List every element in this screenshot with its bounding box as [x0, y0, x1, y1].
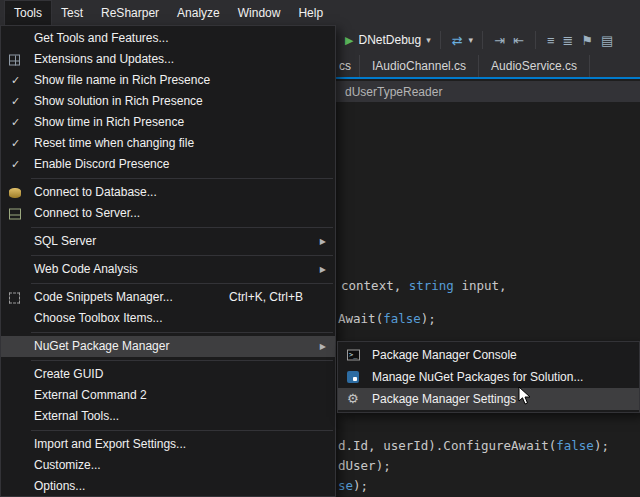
- menu-separator: [31, 283, 333, 284]
- toolbar-separator: [482, 31, 483, 49]
- menu-item-show-file-name[interactable]: ✓Show file name in Rich Presence: [1, 70, 335, 91]
- snippet-icon: [9, 292, 20, 303]
- menu-item-create-guid[interactable]: Create GUID: [1, 364, 335, 385]
- menu-item-extensions-and-updates[interactable]: Extensions and Updates...: [1, 49, 335, 70]
- tab-label: AudioService.cs: [491, 59, 577, 73]
- menu-item-enable-discord-presence[interactable]: ✓Enable Discord Presence: [1, 154, 335, 175]
- menu-item-external-tools[interactable]: External Tools...: [1, 406, 335, 427]
- menu-item-code-snippets-manager[interactable]: Code Snippets Manager...Ctrl+K, Ctrl+B: [1, 287, 335, 308]
- check-icon: ✓: [11, 133, 20, 154]
- code-line: se);: [338, 478, 368, 493]
- nuget-package-icon: [347, 371, 359, 383]
- submenu-item-manage-nuget-packages[interactable]: Manage NuGet Packages for Solution...: [338, 366, 639, 388]
- menu-separator: [31, 227, 333, 228]
- shortcut-label: Ctrl+K, Ctrl+B: [229, 287, 303, 308]
- menu-separator: [31, 255, 333, 256]
- menu-separator: [31, 178, 333, 179]
- tools-menu-popup: Get Tools and Features... Extensions and…: [0, 25, 336, 497]
- menu-window[interactable]: Window: [229, 0, 290, 25]
- menu-separator: [31, 332, 333, 333]
- menu-help[interactable]: Help: [289, 0, 332, 25]
- menu-item-external-command-2[interactable]: External Command 2: [1, 385, 335, 406]
- visual-studio-window: Tools Test ReSharper Analyze Window Help…: [0, 0, 640, 497]
- nuget-submenu-popup: >_Package Manager Console Manage NuGet P…: [337, 341, 640, 413]
- check-icon: ✓: [11, 70, 20, 91]
- navigate-icon[interactable]: ⇄: [452, 33, 463, 48]
- menu-separator: [31, 360, 333, 361]
- tab-iaudiochannel[interactable]: IAudioChannel.cs: [360, 55, 479, 77]
- menu-item-connect-to-server[interactable]: Connect to Server...: [1, 203, 335, 224]
- menu-resharper[interactable]: ReSharper: [92, 0, 168, 25]
- list-icon[interactable]: ≣: [563, 33, 574, 48]
- start-debug-icon[interactable]: ▶: [345, 34, 353, 47]
- extensions-icon: [9, 54, 20, 65]
- toolbar-separator: [440, 31, 441, 49]
- code-line: Await(false);: [338, 311, 436, 326]
- bookmark-icon[interactable]: ⚑: [581, 33, 593, 48]
- menu-analyze[interactable]: Analyze: [168, 0, 229, 25]
- grid-icon[interactable]: ▤: [601, 33, 613, 48]
- menu-item-choose-toolbox-items[interactable]: Choose Toolbox Items...: [1, 308, 335, 329]
- menu-separator: [31, 430, 333, 431]
- menu-item-web-code-analysis[interactable]: Web Code Analysis▶: [1, 259, 335, 280]
- tab-audioservice[interactable]: AudioService.cs: [479, 55, 590, 77]
- indent-icon[interactable]: ⇥: [494, 33, 505, 48]
- chevron-down-icon[interactable]: ▾: [426, 35, 431, 45]
- chevron-down-icon[interactable]: ▾: [469, 35, 474, 45]
- debug-target-label[interactable]: DNetDebug: [358, 33, 421, 47]
- tab-label: IAudioChannel.cs: [372, 59, 466, 73]
- submenu-item-package-manager-console[interactable]: >_Package Manager Console: [338, 344, 639, 366]
- menu-item-get-tools-and-features[interactable]: Get Tools and Features...: [1, 28, 335, 49]
- database-icon: [9, 188, 21, 198]
- console-icon: >_: [347, 350, 360, 361]
- sort-lines-icon[interactable]: ≡: [547, 33, 555, 48]
- submenu-arrow-icon: ▶: [320, 259, 326, 280]
- submenu-arrow-icon: ▶: [320, 336, 326, 357]
- tab-file[interactable]: cs: [337, 55, 360, 77]
- check-icon: ✓: [11, 112, 20, 133]
- toolbar-separator: [535, 31, 536, 49]
- submenu-arrow-icon: ▶: [320, 231, 326, 252]
- menu-item-sql-server[interactable]: SQL Server▶: [1, 231, 335, 252]
- menu-item-options[interactable]: Options...: [1, 476, 335, 497]
- submenu-item-package-manager-settings[interactable]: ⚙Package Manager Settings: [338, 388, 639, 410]
- menu-item-customize[interactable]: Customize...: [1, 455, 335, 476]
- menu-bar: Tools Test ReSharper Analyze Window Help: [0, 0, 640, 25]
- outdent-icon[interactable]: ⇤: [513, 33, 524, 48]
- menu-item-import-export-settings[interactable]: Import and Export Settings...: [1, 434, 335, 455]
- server-icon: [9, 208, 21, 219]
- code-line: d.Id, userId).ConfigureAwait(false);: [338, 438, 609, 453]
- menu-item-reset-time[interactable]: ✓Reset time when changing file: [1, 133, 335, 154]
- mouse-cursor: [518, 386, 532, 406]
- tab-label: cs: [339, 59, 351, 73]
- check-icon: ✓: [11, 154, 20, 175]
- menu-test[interactable]: Test: [52, 0, 92, 25]
- code-line: context, string input,: [341, 278, 507, 293]
- breadcrumb[interactable]: dUserTypeReader: [345, 85, 442, 99]
- menu-item-show-solution[interactable]: ✓Show solution in Rich Presence: [1, 91, 335, 112]
- menu-item-show-time[interactable]: ✓Show time in Rich Presence: [1, 112, 335, 133]
- menu-tools[interactable]: Tools: [4, 0, 52, 25]
- check-icon: ✓: [11, 91, 20, 112]
- code-line: dUser);: [338, 458, 391, 473]
- menu-item-connect-to-database[interactable]: Connect to Database...: [1, 182, 335, 203]
- gear-icon: ⚙: [347, 388, 359, 410]
- menu-item-nuget-package-manager[interactable]: NuGet Package Manager▶: [1, 336, 335, 357]
